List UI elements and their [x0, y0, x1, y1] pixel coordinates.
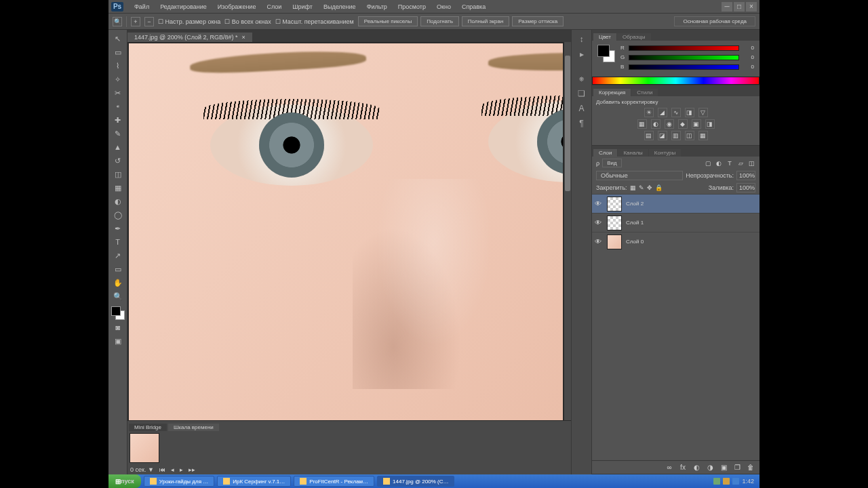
filter-adjust-icon[interactable]: ◐	[715, 159, 723, 167]
layer-thumbnail[interactable]	[607, 197, 622, 211]
paragraph-panel-icon[interactable]: ¶	[576, 118, 587, 129]
system-tray[interactable]: 1:42	[708, 478, 760, 485]
fx-icon[interactable]: fx	[678, 463, 688, 472]
quickmask-toggle[interactable]: ◙	[111, 321, 125, 333]
timeline-tab[interactable]: Шкала времени	[168, 424, 219, 431]
adjustments-tab[interactable]: Коррекция	[593, 89, 631, 96]
frame-thumbnail[interactable]	[130, 433, 159, 463]
layer-row[interactable]: 👁Слой 2	[592, 194, 760, 213]
color-swatch[interactable]	[111, 306, 125, 320]
menu-Изображение[interactable]: Изображение	[212, 2, 262, 12]
gradient-tool[interactable]: ▦	[111, 182, 125, 194]
layer-row[interactable]: 👁Слой 0	[592, 232, 760, 251]
brushes-panel-icon[interactable]: ⎈	[576, 73, 587, 84]
close-button[interactable]: ×	[746, 2, 757, 12]
adjustment-layer-icon[interactable]: ◑	[705, 463, 715, 472]
lock-transparency-icon[interactable]: ▦	[630, 184, 636, 191]
filter-type-icon[interactable]: T	[726, 159, 734, 167]
zoom-out-icon[interactable]: −	[144, 17, 154, 26]
paths-tab[interactable]: Контуры	[649, 149, 681, 157]
brush-tool[interactable]: ✎	[111, 127, 125, 140]
play-icon[interactable]: ▸	[180, 466, 183, 473]
menu-Слои[interactable]: Слои	[261, 2, 287, 12]
stamp-tool[interactable]: ▲	[111, 141, 125, 153]
adj-photo-icon[interactable]: ◉	[665, 119, 674, 129]
heal-tool[interactable]: ✚	[111, 114, 125, 126]
delete-layer-icon[interactable]: 🗑	[746, 463, 755, 472]
layer-filter-select[interactable]: Вид	[602, 159, 621, 167]
lock-all-icon[interactable]: 🔒	[655, 184, 663, 191]
adj-grad-icon[interactable]: ▥	[671, 131, 681, 140]
color-slider[interactable]	[629, 55, 739, 60]
menu-Выделение[interactable]: Выделение	[318, 2, 361, 12]
visibility-icon[interactable]: 👁	[595, 219, 603, 226]
color-slider[interactable]	[629, 45, 739, 51]
option-button[interactable]: Подогнать	[420, 16, 459, 26]
opacity-input[interactable]: 100%	[736, 171, 755, 180]
zoom-tool[interactable]: 🔍	[111, 290, 125, 302]
option-button[interactable]: Реальные пикселы	[358, 16, 418, 26]
adj-levels-icon[interactable]: ◢	[658, 108, 667, 117]
path-tool[interactable]: ↗	[111, 249, 125, 262]
history-brush-tool[interactable]: ↺	[111, 155, 125, 167]
menu-Редактирование[interactable]: Редактирование	[155, 2, 212, 12]
group-icon[interactable]: ▣	[719, 463, 728, 472]
filter-smart-icon[interactable]: ◫	[747, 159, 755, 167]
history-panel-icon[interactable]: ↕	[576, 34, 587, 45]
resize-window-checkbox[interactable]: ☐ Настр. размер окна	[158, 18, 220, 25]
blur-tool[interactable]: ◐	[111, 195, 125, 207]
menu-Файл[interactable]: Файл	[129, 2, 155, 12]
hand-tool[interactable]: ✋	[111, 277, 125, 289]
color-tab[interactable]: Цвет	[593, 33, 616, 41]
dodge-tool[interactable]: ◯	[111, 209, 125, 221]
start-button[interactable]: ⊞ пуск	[108, 474, 141, 488]
lasso-tool[interactable]: ⌇	[111, 60, 125, 72]
prev-frame-icon[interactable]: ◂	[171, 466, 174, 473]
layer-thumbnail[interactable]	[607, 216, 622, 230]
rewind-icon[interactable]: ⏮	[159, 466, 165, 473]
scrubby-zoom-checkbox[interactable]: ☐ Масшт. перетаскиванием	[275, 18, 354, 25]
wand-tool[interactable]: ✧	[111, 73, 125, 85]
taskbar-button[interactable]: Уроки-гайды для …	[144, 476, 214, 487]
adj-map-icon[interactable]: ▦	[698, 131, 708, 140]
adj-lookup-icon[interactable]: ▣	[692, 119, 701, 129]
adj-select-icon[interactable]: ◫	[685, 131, 694, 140]
adj-vibrance-icon[interactable]: ▽	[698, 108, 708, 117]
visibility-icon[interactable]: 👁	[595, 200, 603, 207]
type-tool[interactable]: T	[111, 236, 125, 248]
link-layers-icon[interactable]: ∞	[665, 463, 674, 472]
minibridge-tab[interactable]: Mini Bridge	[129, 424, 167, 431]
lock-pixels-icon[interactable]: ✎	[639, 184, 644, 191]
adj-curves-icon[interactable]: ∿	[671, 108, 681, 117]
canvas[interactable]	[129, 43, 563, 446]
eraser-tool[interactable]: ◫	[111, 168, 125, 180]
menu-Справка[interactable]: Справка	[456, 2, 491, 12]
option-button[interactable]: Размер оттиска	[512, 16, 564, 26]
fill-input[interactable]: 100%	[736, 183, 755, 192]
adj-poster-icon[interactable]: ▤	[644, 131, 654, 140]
adj-thresh-icon[interactable]: ◪	[658, 131, 667, 140]
document-tab[interactable]: 1447.jpg @ 200% (Слой 2, RGB/8#) * ×	[127, 33, 252, 42]
brush-presets-icon[interactable]: ❏	[576, 88, 587, 99]
minimize-button[interactable]: ─	[722, 2, 732, 12]
workspace-selector[interactable]: Основная рабочая среда	[674, 16, 755, 26]
lock-position-icon[interactable]: ✥	[647, 184, 652, 191]
menu-Шрифт[interactable]: Шрифт	[287, 2, 318, 12]
blend-mode-select[interactable]: Обычные	[596, 171, 683, 180]
move-tool[interactable]: ↖	[111, 33, 125, 45]
actions-panel-icon[interactable]: ▸	[576, 49, 587, 60]
adj-mixer-icon[interactable]: ◆	[678, 119, 688, 129]
character-panel-icon[interactable]: A	[576, 103, 587, 114]
adj-hue-icon[interactable]: ▦	[637, 119, 647, 129]
visibility-icon[interactable]: 👁	[595, 238, 603, 245]
menu-Просмотр[interactable]: Просмотр	[393, 2, 431, 12]
menu-Фильтр[interactable]: Фильтр	[361, 2, 393, 12]
taskbar-button[interactable]: ИрК Серфинг v.7.1…	[217, 476, 291, 487]
filter-shape-icon[interactable]: ▱	[736, 159, 745, 167]
filter-image-icon[interactable]: ▢	[704, 159, 712, 167]
layer-row[interactable]: 👁Слой 1	[592, 213, 760, 232]
close-tab-icon[interactable]: ×	[242, 34, 245, 41]
crop-tool[interactable]: ✂	[111, 87, 125, 99]
zoom-tool-icon[interactable]: 🔍	[113, 17, 122, 26]
adj-exposure-icon[interactable]: ◨	[685, 108, 694, 117]
